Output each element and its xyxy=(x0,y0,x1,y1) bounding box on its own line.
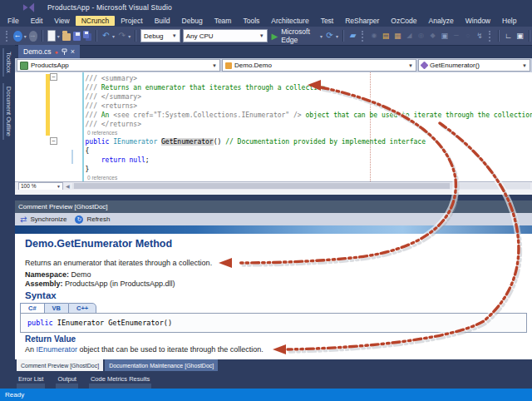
menu-resharper[interactable]: ReSharper xyxy=(339,16,385,26)
menu-ozcode[interactable]: OzCode xyxy=(385,16,422,26)
comment-icon[interactable]: ▤ xyxy=(382,30,391,42)
code-segment xyxy=(53,138,86,146)
camera-icon[interactable]: ◎ xyxy=(416,30,426,42)
menu-help[interactable]: Help xyxy=(496,16,522,26)
code-segment: /// xyxy=(53,84,101,92)
code-segment: Returns an enumerator that iterates thro… xyxy=(101,84,330,92)
new-file-icon[interactable] xyxy=(47,30,56,42)
platform-combo[interactable]: Any CPU▼ xyxy=(183,29,268,42)
call-hierarchy-icon[interactable]: ▣ xyxy=(515,30,525,42)
code-line: /// <summary> xyxy=(53,74,532,83)
menu-view[interactable]: View xyxy=(48,16,75,26)
code-segment: /// xyxy=(53,111,101,119)
undo-icon[interactable]: ↶ xyxy=(101,30,111,42)
syntax-code: public IEnumerator GetEnumerator() xyxy=(21,319,172,327)
preview-panel-title-bar[interactable]: Comment Preview [GhostDoc] xyxy=(15,200,532,213)
tool-tab-error-list[interactable]: Error List xyxy=(17,374,45,389)
tool-tab-code-metrics-results[interactable]: Code Metrics Results xyxy=(89,374,151,389)
toolbar-grip xyxy=(362,31,365,42)
preview-toolbar: ⇄ Synchronize ↻ Refresh xyxy=(15,213,532,225)
preview-changes-icon[interactable]: ▰ xyxy=(348,30,357,42)
menu-project[interactable]: Project xyxy=(115,16,148,26)
side-tab-document-outline[interactable]: Document Outline xyxy=(2,83,13,140)
menu-window[interactable]: Window xyxy=(460,16,496,26)
editor-scroll-row: 100 % ▼ ◀ xyxy=(15,181,532,190)
navigate-forward-icon[interactable]: → xyxy=(29,31,37,42)
dropdown-caret-icon[interactable]: ▾ xyxy=(320,33,323,39)
menu-team[interactable]: Team xyxy=(209,16,238,26)
dropdown-caret-icon[interactable]: ▾ xyxy=(112,33,115,39)
code-line: public IEnumerator GetEnumerator() // Do… xyxy=(53,137,532,146)
navigate-backward-icon[interactable]: ← xyxy=(13,31,22,42)
menu-debug[interactable]: Debug xyxy=(176,16,209,26)
wand-icon[interactable]: ◢ xyxy=(405,30,414,42)
menu-build[interactable]: Build xyxy=(149,16,176,26)
side-tab-toolbox[interactable]: Toolbox xyxy=(2,48,13,77)
ienumerator-link[interactable]: IEnumerator xyxy=(37,345,78,354)
menu-edit[interactable]: Edit xyxy=(25,16,49,26)
toolbar-separator xyxy=(42,30,43,42)
project-dropdown[interactable]: ProductsApp ▼ xyxy=(17,59,220,72)
doc-tab-documentation-maintenance-ghostdoc-[interactable]: Documentation Maintenance [GhostDoc] xyxy=(105,359,218,371)
code-segment: /// <returns> xyxy=(53,102,137,110)
tab-demo-cs[interactable]: Demo.cs ● × xyxy=(18,45,80,58)
configuration-combo[interactable]: Debug▼ xyxy=(140,29,180,42)
breakpoint-icon[interactable]: ◉ xyxy=(369,30,378,42)
doc-assembly: Assembly: ProductsApp (in ProductsApp.dl… xyxy=(25,280,175,288)
code-segment: { xyxy=(53,147,89,155)
dash-icon[interactable]: ─ xyxy=(451,30,461,42)
binoculars-icon[interactable]: ◌ xyxy=(463,30,472,42)
syntax-heading: Syntax xyxy=(25,290,57,300)
save-all-icon[interactable] xyxy=(83,31,89,38)
zoom-level-dropdown[interactable]: 100 % ▼ xyxy=(18,182,63,191)
menu-analyze[interactable]: Analyze xyxy=(423,16,460,26)
display-icon[interactable]: ▣ xyxy=(440,30,449,42)
attach-icon[interactable]: ◆ xyxy=(428,30,437,42)
menu-architecture[interactable]: Architecture xyxy=(265,16,314,26)
dropdown-caret-icon[interactable]: ▾ xyxy=(24,33,27,39)
menu-test[interactable]: Test xyxy=(315,16,340,26)
codelens-references-link[interactable]: 0 references xyxy=(53,129,532,137)
dropdown-caret-icon[interactable]: ▾ xyxy=(336,33,338,39)
namespace-label: Namespace: xyxy=(25,270,69,279)
menu-tools[interactable]: Tools xyxy=(237,16,265,26)
start-debug-button[interactable]: ▶Microsoft Edge xyxy=(270,27,318,44)
menu-ncrunch[interactable]: NCrunch xyxy=(76,16,116,26)
package-icon[interactable]: ▦ xyxy=(393,30,402,42)
refresh-icon[interactable]: ⟳ xyxy=(325,30,334,42)
close-icon[interactable]: × xyxy=(71,47,75,56)
toolbar-separator xyxy=(96,30,97,42)
navigate-to-icon[interactable]: ↯ xyxy=(475,30,485,42)
code-line: /// An <see cref="T:System.Collections.I… xyxy=(53,111,532,120)
toolbar-grip xyxy=(6,31,9,42)
project-dropdown-value: ProductsApp xyxy=(31,62,69,69)
refresh-button[interactable]: Refresh xyxy=(86,215,110,223)
code-segment: /// </summary> xyxy=(53,93,141,101)
preview-content: Demo.GetEnumerator Method Returns an enu… xyxy=(15,234,532,359)
menu-file[interactable]: File xyxy=(2,16,25,26)
dropdown-caret-icon[interactable]: ▾ xyxy=(57,33,60,39)
codelens-references-link[interactable]: 0 references xyxy=(53,174,532,181)
open-folder-icon[interactable] xyxy=(62,33,71,41)
scroll-left-icon[interactable]: ◀ xyxy=(66,183,70,189)
redo-icon[interactable]: ↷ xyxy=(117,30,126,42)
platform-combo-value: Any CPU xyxy=(186,32,214,40)
doc-tab-comment-preview-ghostdoc-[interactable]: Comment Preview [GhostDoc] xyxy=(17,359,103,371)
code-line: /// <returns> xyxy=(53,101,532,111)
type-dropdown[interactable]: Demo.Demo ▼ xyxy=(222,59,416,72)
editor-navigation-bar: ProductsApp ▼ Demo.Demo ▼ GetEnumerator(… xyxy=(15,58,532,72)
pin-icon[interactable] xyxy=(62,48,67,56)
code-editor[interactable]: /// <summary> /// Returns an enumerator … xyxy=(15,72,532,181)
horizontal-scrollbar[interactable] xyxy=(72,183,530,189)
member-dropdown[interactable]: GetEnumerator() ▼ xyxy=(418,59,530,72)
scrollbar-thumb[interactable] xyxy=(74,183,450,189)
object-browser-icon[interactable]: ∟ xyxy=(504,30,513,42)
dropdown-caret-icon[interactable]: ▾ xyxy=(128,33,131,39)
save-icon[interactable] xyxy=(73,32,81,41)
code-line: /// </summary> xyxy=(53,92,532,101)
tool-window-tabs: Error ListOutputCode Metrics Results xyxy=(15,374,532,389)
tool-tab-output[interactable]: Output xyxy=(56,374,78,389)
code-segment: } xyxy=(53,166,89,173)
preview-doc-tabs: Comment Preview [GhostDoc]Documentation … xyxy=(15,359,532,374)
synchronize-button[interactable]: Synchronize xyxy=(30,215,66,223)
